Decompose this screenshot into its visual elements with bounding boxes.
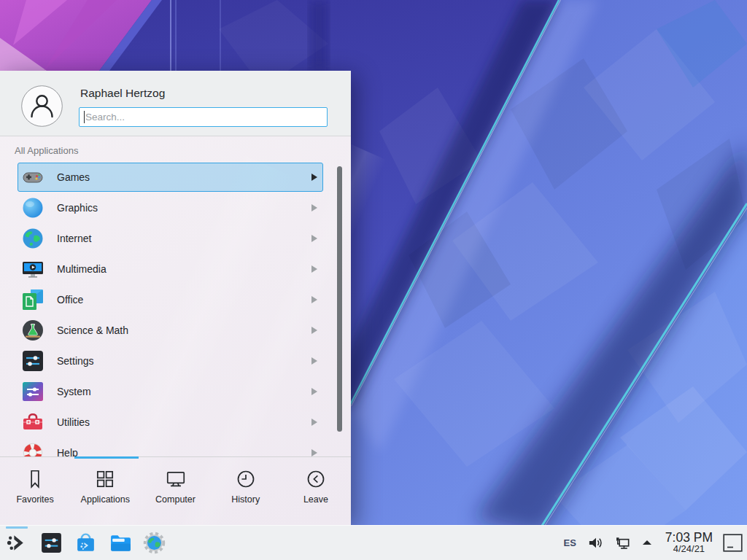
search-input[interactable]: [79, 107, 328, 127]
category-label: Office: [57, 294, 83, 306]
category-row-settings[interactable]: Settings: [0, 346, 351, 376]
user-avatar[interactable]: [21, 85, 63, 127]
category-row-science-math[interactable]: Science & Math: [0, 315, 351, 346]
category-row-multimedia[interactable]: Multimedia: [0, 254, 351, 284]
category-row-system[interactable]: System: [0, 376, 351, 407]
wired-network-icon[interactable]: [614, 534, 632, 552]
search-field-wrap: [79, 107, 328, 127]
tab-label: Leave: [303, 494, 328, 505]
digital-clock[interactable]: 7:03 PM 4/24/21: [665, 531, 713, 554]
flask-icon: [21, 319, 44, 342]
tab-label: Computer: [155, 494, 196, 505]
category-label: Games: [57, 171, 90, 183]
category-label: System: [57, 386, 91, 397]
tab-label: Applications: [81, 494, 130, 505]
expand-tray-caret-icon[interactable]: [641, 538, 653, 547]
settings-sliders-icon: [21, 349, 44, 373]
list-scrollbar[interactable]: [337, 166, 342, 432]
tab-computer[interactable]: Computer: [140, 459, 210, 525]
grid-icon: [94, 468, 116, 490]
tab-leave[interactable]: Leave: [281, 459, 351, 525]
section-label: All Applications: [15, 145, 78, 156]
volume-icon[interactable]: [587, 534, 604, 551]
category-row-graphics[interactable]: Graphics: [0, 192, 351, 223]
submenu-arrow-icon: [311, 419, 317, 426]
category-label: Graphics: [57, 202, 98, 214]
system-settings-icon: [40, 532, 63, 554]
discover-button[interactable]: [74, 532, 97, 554]
tab-history[interactable]: History: [211, 459, 281, 525]
paint-sphere-icon: [21, 196, 44, 219]
category-label: Utilities: [57, 416, 90, 428]
submenu-arrow-icon: [311, 265, 317, 273]
gamepad-icon: [21, 166, 44, 189]
category-label: Multimedia: [57, 263, 107, 275]
active-task-indicator: [6, 526, 28, 529]
clock-date: 4/24/21: [665, 544, 713, 554]
file-manager-button[interactable]: [109, 532, 131, 554]
submenu-arrow-icon: [311, 174, 317, 181]
launcher-tabbar: Favorites Applications Computer History: [0, 459, 351, 525]
web-browser-button[interactable]: [143, 532, 166, 554]
category-label: Settings: [57, 355, 94, 367]
submenu-arrow-icon: [311, 327, 317, 334]
submenu-arrow-icon: [311, 357, 317, 365]
submenu-arrow-icon: [311, 388, 317, 395]
category-label: Science & Math: [57, 324, 128, 336]
application-launcher-menu: Raphael Hertzog All Applications Games: [0, 71, 351, 525]
tab-label: Favorites: [16, 494, 53, 505]
application-launcher-button[interactable]: [6, 532, 28, 554]
toolbox-icon: [21, 411, 44, 434]
submenu-arrow-icon: [311, 204, 317, 211]
category-label: Help: [57, 447, 78, 456]
submenu-arrow-icon: [311, 449, 317, 456]
tab-applications[interactable]: Applications: [70, 459, 140, 525]
category-row-internet[interactable]: Internet: [0, 223, 351, 254]
kde-launcher-icon: [6, 532, 28, 554]
user-name: Raphael Hertzog: [80, 87, 165, 100]
tab-label: History: [231, 494, 260, 505]
documents-icon: [21, 288, 44, 311]
folder-icon: [109, 532, 131, 554]
leave-icon: [305, 468, 327, 490]
tab-favorites[interactable]: Favorites: [0, 459, 70, 525]
category-row-utilities[interactable]: Utilities: [0, 407, 351, 438]
application-category-list: Games Graphics Internet: [0, 162, 351, 456]
system-settings-button[interactable]: [40, 532, 63, 554]
submenu-arrow-icon: [311, 296, 317, 303]
category-label: Internet: [57, 233, 91, 244]
launcher-header: Raphael Hertzog: [0, 71, 351, 136]
taskbar-launchers: [6, 525, 166, 560]
category-row-help[interactable]: Help: [0, 438, 351, 456]
taskbar-panel: ES 7:03 PM 4/24/21: [0, 525, 747, 560]
globe-gear-icon: [143, 532, 166, 554]
computer-icon: [165, 468, 187, 490]
category-row-office[interactable]: Office: [0, 284, 351, 315]
clock-icon: [235, 468, 257, 490]
show-desktop-button[interactable]: [723, 534, 743, 552]
globe-icon: [21, 227, 44, 250]
keyboard-layout-indicator[interactable]: ES: [563, 537, 576, 548]
clock-time: 7:03 PM: [665, 531, 713, 544]
tabbar-separator: [0, 456, 351, 457]
discover-bag-icon: [74, 532, 97, 554]
bookmark-icon: [24, 468, 46, 490]
monitor-play-icon: [21, 257, 44, 281]
lifebuoy-icon: [21, 441, 44, 456]
category-row-games[interactable]: Games: [0, 162, 351, 192]
system-sliders-icon: [21, 380, 44, 403]
system-tray: ES 7:03 PM 4/24/21: [563, 525, 743, 560]
submenu-arrow-icon: [311, 235, 317, 242]
text-caret: [84, 111, 85, 123]
